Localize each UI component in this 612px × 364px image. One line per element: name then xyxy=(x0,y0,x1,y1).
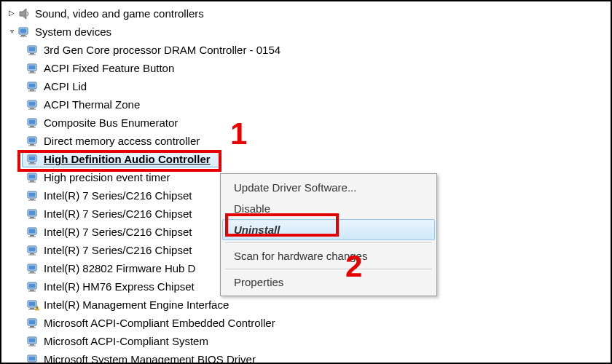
svg-rect-16 xyxy=(28,90,36,91)
svg-rect-32 xyxy=(28,163,36,164)
monitor-icon xyxy=(26,171,39,184)
device-item[interactable]: 3rd Gen Core processor DRAM Controller -… xyxy=(6,41,611,59)
svg-rect-69 xyxy=(29,320,36,324)
device-item[interactable]: ACPI Thermal Zone xyxy=(6,95,611,114)
device-label: Intel(R) 7 Series/C216 Chipset xyxy=(44,189,192,202)
menu-item-scan-for-hardware-changes[interactable]: Scan for hardware changes xyxy=(222,245,435,266)
computer-icon xyxy=(17,25,31,39)
monitor-icon xyxy=(26,98,39,111)
svg-rect-19 xyxy=(30,108,34,109)
device-label: Intel(R) 7 Series/C216 Chipset xyxy=(44,207,192,220)
svg-rect-66 xyxy=(37,306,38,309)
monitor-icon xyxy=(26,80,39,93)
svg-rect-54 xyxy=(29,265,36,269)
device-label: Intel(R) 82802 Firmware Hub D xyxy=(44,262,195,274)
svg-rect-47 xyxy=(30,235,34,237)
monitor-icon xyxy=(26,44,39,57)
device-label: ACPI Fixed Feature Button xyxy=(44,62,174,74)
svg-rect-51 xyxy=(30,253,34,255)
monitor-warning-icon xyxy=(26,298,39,312)
category-label: Sound, video and game controllers xyxy=(35,7,204,20)
svg-rect-60 xyxy=(28,290,36,291)
monitor-icon xyxy=(26,353,39,365)
monitor-icon xyxy=(26,116,39,130)
menu-separator xyxy=(225,242,432,243)
device-item[interactable]: High Definition Audio Controller xyxy=(6,150,611,168)
svg-rect-28 xyxy=(28,145,36,146)
svg-rect-4 xyxy=(20,36,27,36)
svg-rect-30 xyxy=(29,156,36,160)
device-label: ACPI Lid xyxy=(44,80,87,92)
device-item[interactable]: Direct memory access controller xyxy=(6,132,611,150)
monitor-icon xyxy=(26,317,39,330)
collapse-arrow-icon[interactable]: ▿ xyxy=(7,27,16,36)
menu-item-disable[interactable]: Disable xyxy=(222,198,435,219)
svg-rect-77 xyxy=(29,356,36,360)
device-item[interactable]: Microsoft System Management BIOS Driver xyxy=(6,350,611,364)
svg-rect-55 xyxy=(30,272,34,273)
svg-marker-0 xyxy=(20,9,26,19)
svg-rect-38 xyxy=(29,192,36,197)
device-label: Direct memory access controller xyxy=(44,135,200,147)
expand-arrow-icon[interactable]: ▷ xyxy=(7,9,16,17)
device-label: Composite Bus Enumerator xyxy=(44,116,178,129)
category-label: System devices xyxy=(35,25,111,38)
svg-rect-27 xyxy=(30,144,34,146)
device-label: Microsoft System Management BIOS Driver xyxy=(44,353,256,364)
menu-item-update-driver-software[interactable]: Update Driver Software... xyxy=(222,177,435,198)
svg-rect-73 xyxy=(29,338,36,342)
monitor-icon xyxy=(26,244,39,257)
device-item[interactable]: ACPI Lid xyxy=(6,77,611,95)
category-sound[interactable]: ▷ Sound, video and game controllers xyxy=(6,4,611,23)
svg-rect-44 xyxy=(28,218,36,218)
device-item[interactable]: Intel(R) Management Engine Interface xyxy=(6,296,611,314)
svg-rect-39 xyxy=(30,199,34,200)
device-label: Microsoft ACPI-Compliant System xyxy=(44,335,208,347)
device-item[interactable]: Microsoft ACPI-Compliant System xyxy=(6,332,611,350)
svg-rect-23 xyxy=(30,126,34,127)
svg-rect-8 xyxy=(28,54,36,55)
svg-rect-22 xyxy=(29,119,36,124)
device-label: Microsoft ACPI-Compliant Embedded Contro… xyxy=(44,317,275,329)
svg-rect-52 xyxy=(28,254,36,255)
svg-rect-78 xyxy=(30,363,34,364)
device-label: Intel(R) 7 Series/C216 Chipset xyxy=(44,226,192,238)
svg-rect-40 xyxy=(28,199,36,200)
device-label: Intel(R) Management Engine Interface xyxy=(44,298,229,311)
device-item[interactable]: Composite Bus Enumerator xyxy=(6,114,611,132)
svg-rect-70 xyxy=(30,326,34,328)
svg-rect-7 xyxy=(30,53,34,55)
device-label: High precision event timer xyxy=(44,171,170,183)
svg-rect-18 xyxy=(29,101,36,106)
svg-rect-14 xyxy=(29,83,36,87)
speaker-icon xyxy=(17,7,31,20)
menu-item-uninstall[interactable]: Uninstall xyxy=(222,219,435,240)
svg-rect-74 xyxy=(30,344,34,346)
svg-rect-58 xyxy=(29,283,36,288)
device-label: ACPI Thermal Zone xyxy=(44,98,140,111)
monitor-icon xyxy=(26,62,39,75)
svg-rect-48 xyxy=(28,236,36,237)
category-system-devices[interactable]: ▿ System devices xyxy=(6,23,611,41)
device-label: Intel(R) HM76 Express Chipset xyxy=(44,280,195,293)
svg-rect-62 xyxy=(29,301,36,306)
device-item[interactable]: ACPI Fixed Feature Button xyxy=(6,59,611,77)
svg-rect-71 xyxy=(28,327,36,328)
svg-rect-11 xyxy=(30,71,34,73)
svg-rect-64 xyxy=(28,309,36,309)
monitor-icon xyxy=(26,226,39,239)
menu-item-properties[interactable]: Properties xyxy=(222,272,435,293)
svg-rect-2 xyxy=(20,28,27,33)
svg-rect-56 xyxy=(28,272,36,273)
svg-rect-31 xyxy=(30,162,34,164)
device-label: Intel(R) 7 Series/C216 Chipset xyxy=(44,244,192,256)
svg-rect-6 xyxy=(29,47,36,51)
svg-rect-63 xyxy=(30,308,34,309)
menu-separator xyxy=(225,269,432,269)
svg-rect-24 xyxy=(28,127,36,127)
svg-rect-3 xyxy=(21,35,26,36)
context-menu: Update Driver Software...DisableUninstal… xyxy=(220,173,437,296)
device-item[interactable]: Microsoft ACPI-Compliant Embedded Contro… xyxy=(6,314,611,332)
monitor-icon xyxy=(26,335,39,348)
monitor-icon xyxy=(26,280,39,293)
